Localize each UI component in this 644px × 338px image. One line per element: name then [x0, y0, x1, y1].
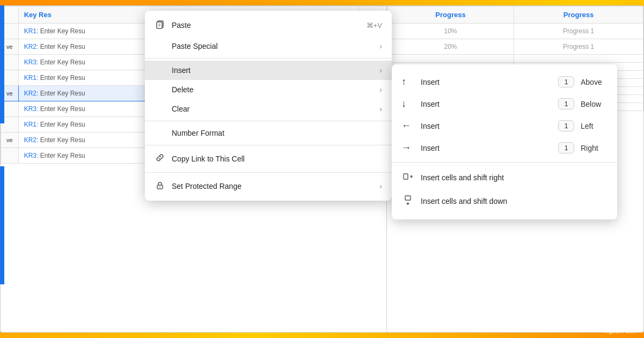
- insert-left-direction: Left: [581, 122, 608, 130]
- insert-right-count[interactable]: 1: [558, 142, 574, 153]
- source-label: *Nguồn: Lark: [603, 328, 638, 335]
- right-progress-val-2: 20%: [387, 39, 514, 55]
- menu-divider-4: [145, 172, 392, 173]
- menu-item-paste-special-left: Paste Special: [155, 42, 218, 50]
- svg-rect-6: [404, 174, 408, 179]
- menu-item-number-format-left: Number Format: [155, 129, 224, 137]
- menu-divider-2: [145, 121, 392, 121]
- insert-below-label: Insert: [421, 100, 552, 108]
- copy-link-label: Copy Link to This Cell: [172, 155, 245, 163]
- insert-shift-right-icon: [401, 171, 414, 184]
- menu-item-set-protected-left: Set Protected Range: [155, 180, 241, 192]
- lock-icon: [155, 180, 165, 192]
- paste-shortcut: ⌘+V: [367, 21, 382, 30]
- insert-label: Insert: [172, 66, 191, 75]
- menu-divider-3: [145, 145, 392, 145]
- clear-arrow: ›: [379, 105, 382, 113]
- insert-shift-right-label: Insert cells and shift right: [421, 173, 504, 182]
- svg-rect-10: [405, 196, 411, 200]
- paste-label: Paste: [172, 21, 191, 30]
- right-arrow-icon: →: [401, 142, 414, 153]
- row-prefix-8: ve: [1, 133, 19, 148]
- menu-divider-1: [145, 58, 392, 58]
- menu-item-paste[interactable]: Paste ⌘+V: [145, 14, 392, 36]
- insert-shift-down-row[interactable]: Insert cells and shift down: [392, 189, 617, 213]
- right-table-row[interactable]: [387, 55, 643, 63]
- insert-left-count[interactable]: 1: [558, 120, 574, 131]
- menu-item-delete[interactable]: Delete ›: [145, 80, 392, 99]
- insert-shift-down-icon: [401, 195, 414, 208]
- insert-below-row[interactable]: ↓ Insert 1 Below: [392, 93, 617, 115]
- kr-label: KR3:: [24, 105, 39, 113]
- kr-label: KR1:: [24, 27, 39, 35]
- insert-above-label: Insert: [421, 78, 552, 86]
- insert-shift-down-label: Insert cells and shift down: [421, 197, 507, 205]
- paste-special-label: Paste Special: [172, 42, 218, 50]
- left-arrow-icon: ←: [401, 120, 414, 131]
- paste-icon: [155, 19, 165, 31]
- menu-item-copy-link[interactable]: Copy Link to This Cell: [145, 148, 392, 170]
- insert-shift-right-row[interactable]: Insert cells and shift right: [392, 166, 617, 189]
- right-table-row[interactable]: 10% Progress 1: [387, 24, 643, 39]
- right-progress-header: Progress: [387, 6, 514, 24]
- blue-accent-bar-top: [0, 5, 4, 123]
- svg-point-5: [159, 187, 160, 188]
- right-progress-val-1: 10%: [387, 24, 514, 39]
- kr-label: KR3:: [24, 58, 39, 66]
- number-format-label: Number Format: [172, 129, 224, 137]
- clear-label: Clear: [172, 105, 189, 113]
- link-icon: [155, 153, 165, 165]
- right-progress-val-3: [387, 55, 514, 63]
- insert-above-row[interactable]: ↑ Insert 1 Above: [392, 71, 617, 93]
- insert-left-row[interactable]: ← Insert 1 Left: [392, 115, 617, 137]
- menu-item-clear[interactable]: Clear ›: [145, 99, 392, 119]
- delete-arrow: ›: [379, 85, 382, 94]
- down-arrow-icon: ↓: [401, 98, 414, 109]
- kr-label: KR1:: [24, 121, 39, 128]
- insert-above-direction: Above: [581, 78, 608, 86]
- menu-item-paste-left: Paste: [155, 19, 191, 31]
- kr-label: KR2:: [24, 43, 39, 50]
- right-progress-label-3: [514, 55, 643, 63]
- kr-label: KR2:: [24, 90, 39, 97]
- insert-above-count[interactable]: 1: [558, 76, 574, 87]
- menu-item-delete-left: Delete: [155, 85, 193, 94]
- insert-arrow: ›: [379, 66, 382, 75]
- context-menu: Paste ⌘+V Paste Special › Insert › Delet…: [145, 11, 392, 201]
- menu-item-clear-left: Clear: [155, 105, 189, 113]
- svg-rect-1: [157, 22, 162, 28]
- insert-below-count[interactable]: 1: [558, 98, 574, 109]
- right-progress-label-1: Progress 1: [514, 24, 643, 39]
- set-protected-label: Set Protected Range: [172, 182, 241, 190]
- menu-item-paste-special[interactable]: Paste Special ›: [145, 36, 392, 56]
- menu-item-insert-left: Insert: [155, 66, 191, 75]
- blue-accent-bar-bottom: [0, 166, 4, 284]
- right-progress-header-2: Progress: [514, 6, 643, 24]
- right-table-row[interactable]: 20% Progress 1: [387, 39, 643, 55]
- menu-item-insert[interactable]: Insert ›: [145, 61, 392, 80]
- up-arrow-icon: ↑: [401, 76, 414, 87]
- insert-right-label: Insert: [421, 144, 552, 152]
- row-prefix-9: [1, 148, 19, 164]
- kr-label: KR3:: [24, 152, 39, 159]
- kr-label: KR2:: [24, 136, 39, 144]
- menu-item-copy-link-left: Copy Link to This Cell: [155, 153, 245, 165]
- menu-item-set-protected[interactable]: Set Protected Range ›: [145, 175, 392, 197]
- set-protected-arrow: ›: [379, 182, 382, 190]
- insert-submenu: ↑ Insert 1 Above ↓ Insert 1 Below ← Inse…: [392, 64, 617, 219]
- paste-special-arrow: ›: [379, 42, 382, 50]
- right-progress-label-2: Progress 1: [514, 39, 643, 55]
- insert-below-direction: Below: [581, 100, 608, 108]
- insert-submenu-divider: [392, 162, 617, 163]
- insert-right-row[interactable]: → Insert 1 Right: [392, 137, 617, 159]
- delete-label: Delete: [172, 85, 193, 94]
- insert-left-label: Insert: [421, 122, 552, 130]
- kr-label: KR1:: [24, 74, 39, 82]
- menu-item-number-format[interactable]: Number Format: [145, 123, 392, 143]
- insert-right-direction: Right: [581, 144, 608, 152]
